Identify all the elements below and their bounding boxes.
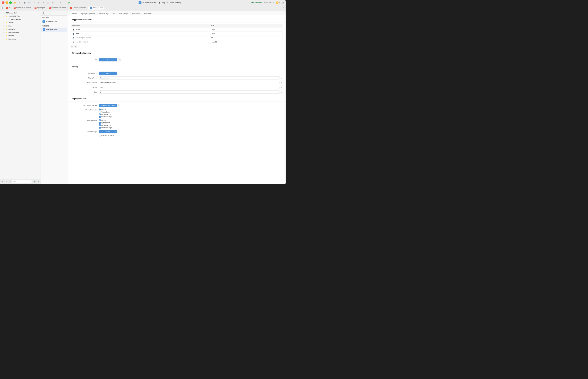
tab-pdfviewer[interactable]: G PDFViewer-Swift — [88, 6, 105, 9]
list-icon[interactable]: ☰ — [51, 1, 54, 4]
folder-icon-compdfkit: 📁 — [5, 15, 8, 17]
tab-er[interactable]: S er — [4, 6, 12, 9]
panel-sidebar-toggle[interactable]: ▣ — [1, 6, 4, 9]
ipad-upside-down-checkbox[interactable]: ✓ — [99, 122, 101, 124]
ipad-portrait-checkbox[interactable]: ✓ — [99, 119, 101, 121]
tab-icon-chome-view: S — [70, 7, 72, 9]
folder-icon[interactable]: 📂 — [14, 1, 17, 4]
run-button[interactable]: ▶ — [67, 1, 72, 4]
section-expand-deployments[interactable]: ▾ — [71, 52, 71, 54]
build-add[interactable]: ＋ — [281, 91, 283, 93]
warning-toolbar-icon[interactable]: ⚠ — [32, 1, 35, 4]
target-item-pdfviewer[interactable]: G PDFViewer-Swift — [41, 28, 67, 32]
build-wrap: ＋ — [99, 90, 282, 94]
display-name-add[interactable]: ＋ — [281, 77, 283, 79]
tab-icon-er: S — [6, 7, 8, 9]
sidebar-clock-button[interactable]: 🕐 — [33, 180, 36, 183]
bundle-id-add[interactable]: ＋ — [281, 81, 283, 84]
panel-toggle-icon[interactable]: ⊡ — [282, 1, 284, 4]
sidebar-label-pdfviewer-swift: PDFViewer-Swift — [6, 12, 17, 14]
build-input[interactable] — [99, 90, 280, 94]
bundle-id-input[interactable] — [99, 81, 280, 84]
version-input[interactable] — [99, 86, 280, 89]
back-button[interactable]: ‹ — [59, 1, 62, 4]
sidebar-item-xmlparse[interactable]: ▶ 📁 XMLParse — [2, 28, 41, 31]
iphone-upside-down-checkbox[interactable] — [99, 111, 101, 113]
ios-select-wrap: 10.0 ▼ ＋ — [99, 58, 121, 62]
app-icon: G — [138, 1, 141, 4]
dest-remove-button[interactable]: － — [74, 45, 77, 48]
sidebar-item-license[interactable]: ▶ 📄 license_key_ios — [4, 18, 41, 21]
dest-sdk-mac-ipad: iOS — [211, 37, 278, 39]
dest-add-button[interactable]: ＋ — [71, 45, 73, 48]
tab-info[interactable]: Info — [111, 12, 117, 15]
iphone-landscape-right-checkbox[interactable]: ✓ — [99, 116, 101, 118]
iphone-orientation-label: iPhone Orientation — [71, 109, 97, 111]
minimize-button[interactable] — [5, 1, 8, 4]
project-item-pdfviewer[interactable]: G PDFViewer-Swift — [41, 19, 67, 24]
sidebar-item-testfile[interactable]: ▶ 📁 TestFile — [2, 21, 41, 24]
dest-name-mac-catalyst: Mac (Mac Catalyst) — [76, 41, 212, 43]
section-expand-deployment-info[interactable]: ▾ — [71, 98, 71, 99]
version-add[interactable]: ＋ — [281, 86, 283, 89]
sidebar-item-pdfviewer-swift[interactable]: ▾ ■ PDFViewer-Swift — [0, 11, 41, 15]
tab-resource-tags[interactable]: Resource Tags — [97, 12, 110, 15]
sidebar-item-pdfviewer-files[interactable]: ▶ 📁 PDFViewer-Swift — [2, 31, 41, 34]
display-name-input[interactable] — [99, 76, 280, 79]
ios-version-select[interactable]: 10.0 ▼ — [99, 58, 117, 62]
rect-icon[interactable]: ⬜ — [47, 1, 49, 4]
diamond-icon[interactable]: ◇ — [37, 1, 40, 4]
fullscreen-checkbox[interactable] — [99, 135, 101, 137]
sidebar-item-home[interactable]: ▶ 📁 Home — [2, 24, 41, 28]
tab-icon-chome-file: S — [14, 7, 15, 9]
iphone-portrait-checkbox[interactable]: ✓ — [99, 109, 101, 111]
app-category-select[interactable]: None ▼ — [99, 72, 117, 75]
app-title: PDFViewer-Swift — [143, 2, 156, 4]
ipad-landscape-right-checkbox[interactable]: ✓ — [99, 127, 101, 129]
sidebar-add-button[interactable]: ＋ — [1, 180, 4, 183]
tab-chome-file[interactable]: S CHomeFileListController — [12, 6, 32, 9]
paintbrush-icon[interactable]: ✎ — [42, 1, 45, 4]
tab-label-chome-file: CHomeFileListController — [16, 7, 31, 9]
app-category-caret: ▼ — [115, 73, 116, 74]
build-separator: | — [263, 2, 263, 3]
section-expand-destinations[interactable]: ▾ — [71, 19, 71, 20]
section-expand-identity[interactable]: ▾ — [71, 66, 71, 67]
sidebar-item-products[interactable]: ▶ 📁 Products — [2, 34, 41, 37]
close-button[interactable] — [2, 1, 5, 4]
layout-icon[interactable]: ▣ — [23, 1, 26, 4]
mac-catalyst-info[interactable]: ℹ — [118, 104, 119, 107]
sidebar-item-compdfkit[interactable]: ▶ 📁 ComPDFKit_Tools — [2, 15, 41, 18]
maximize-button[interactable] — [9, 1, 12, 4]
tab-signing[interactable]: Signing & Capabilities — [79, 12, 97, 15]
search-toolbar-icon[interactable]: 🔍 — [28, 1, 31, 4]
sidebar-filter-input[interactable]: Filter — [12, 180, 32, 183]
tab-build-phases[interactable]: Build Phases — [130, 12, 142, 15]
mac-catalyst-select[interactable]: Scaled to Match iPad ▼ — [99, 104, 117, 107]
sidebar-item-frameworks[interactable]: ▶ 📁 Frameworks — [2, 37, 41, 41]
xcircle-icon[interactable]: ✕ — [18, 1, 21, 4]
forward-button[interactable]: › — [62, 1, 66, 4]
sidebar-remove-button[interactable]: － — [5, 180, 8, 183]
tab-build-settings[interactable]: Build Settings — [117, 12, 130, 15]
iphone-landscape-left-checkbox[interactable]: ✓ — [99, 113, 101, 115]
status-bar-select[interactable]: Default ▼ — [99, 130, 117, 133]
panel-toggle-btn[interactable]: ▣ — [42, 11, 45, 15]
settings-panel: General Signing & Capabilities Resource … — [67, 11, 286, 184]
sidebar-arrows-button[interactable]: ⇅ — [37, 180, 40, 183]
project-item-icon: G — [43, 20, 45, 23]
status-bar-label: Status Bar Style — [71, 131, 97, 133]
refresh-tab-icon[interactable]: ↻ — [282, 6, 285, 9]
folder-icon-testfile: 📁 — [5, 21, 8, 24]
ipad-orientation-label: iPad Orientation — [71, 120, 97, 122]
tab-chome-view[interactable]: S CHomeViewController — [68, 6, 88, 9]
tab-general[interactable]: General — [70, 12, 79, 15]
tab-chome-inse[interactable]: S CHomeInse...wController — [47, 6, 68, 9]
tab-build-rules[interactable]: Build Rules — [142, 12, 153, 15]
add-icon[interactable]: ＋ — [278, 1, 281, 4]
ios-plus-button[interactable]: ＋ — [118, 59, 121, 61]
project-icon: ■ — [3, 12, 5, 14]
tab-appdelegate[interactable]: S AppDelegate — [33, 6, 47, 9]
ipad-landscape-left-checkbox[interactable]: ✓ — [99, 124, 101, 126]
warning-badge[interactable]: 1 — [276, 1, 279, 4]
